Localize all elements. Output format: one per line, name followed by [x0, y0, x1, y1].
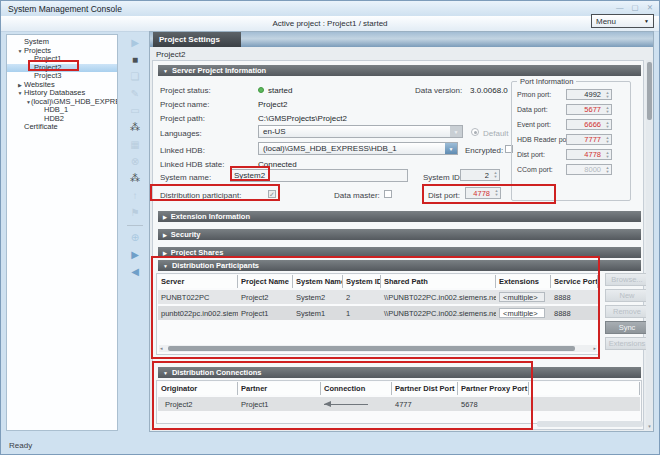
section-project-shares[interactable]: ▶ Project Shares — [158, 247, 641, 258]
scrollbar-thumb[interactable] — [647, 62, 652, 120]
linked-hdb-state-label: Linked HDB state: — [160, 160, 224, 169]
chevron-down-icon[interactable]: ▼ — [450, 126, 462, 137]
col-shared-path[interactable]: Shared Path — [381, 275, 496, 288]
col-originator[interactable]: Originator — [158, 382, 238, 395]
extensions-combo[interactable]: <multiple> — [499, 292, 545, 302]
page-title: Project2 — [156, 50, 185, 59]
minimize-icon[interactable]: — — [616, 3, 624, 12]
connection-row-1[interactable]: Project2 Project1 4777 5678 — [158, 397, 640, 411]
toolbar-divider — [127, 225, 143, 226]
linked-hdb-label: Linked HDB: — [160, 146, 205, 155]
main-hscrollbar[interactable] — [537, 421, 643, 427]
col-partner-proxy-port[interactable]: Partner Proxy Port — [458, 382, 529, 395]
col-extensions[interactable]: Extensions — [496, 275, 551, 288]
participant-row-1[interactable]: PUNBT022PC Project2 System2 2 \\PUNBT022… — [158, 290, 598, 304]
dist-port-info-stepper[interactable]: 4778 ▲▼ — [566, 149, 612, 160]
section-distribution-participants[interactable]: ▼ Distribution Participants — [158, 260, 641, 271]
pmon-port-stepper[interactable]: 4992 ▲▼ — [566, 89, 612, 100]
col-system-id[interactable]: System ID — [343, 275, 381, 288]
section-collapsed-icon: ▶ — [163, 214, 167, 220]
data-master-checkbox[interactable] — [384, 190, 392, 198]
rename-project-icon[interactable]: ▭ — [130, 105, 139, 117]
system-id-stepper[interactable]: 2 ▲▼ — [460, 169, 500, 181]
unlink-hdb-icon[interactable]: ⁂ — [130, 173, 140, 185]
linked-hdb-state-value: Connected — [258, 160, 297, 169]
maximize-icon[interactable]: ▢ — [632, 3, 639, 12]
hdb-reader-port-stepper[interactable]: 7777 ▲▼ — [566, 134, 612, 145]
data-version-value: 3.0.0068.0 — [470, 86, 508, 95]
languages-dropdown[interactable]: en-US ▼ — [258, 125, 463, 138]
dist-port-info-label: Dist port: — [517, 151, 545, 158]
browse-button[interactable]: Browse... — [605, 273, 649, 286]
status-started-icon — [258, 87, 264, 93]
sync-button[interactable]: Sync — [605, 321, 649, 334]
extensions-combo[interactable]: <multiple> — [499, 308, 545, 318]
system-name-input[interactable]: System2 — [230, 169, 408, 182]
system-name-label: System name: — [160, 173, 211, 182]
project-path-value: C:\GMSProjects\Project2 — [258, 114, 347, 123]
scroll-left-icon[interactable]: ◂ — [160, 345, 163, 352]
new-button[interactable]: New — [605, 289, 649, 302]
col-server[interactable]: Server — [158, 275, 238, 288]
col-connection[interactable]: Connection — [321, 382, 392, 395]
section-security[interactable]: ▶ Security — [158, 229, 641, 240]
col-system-name[interactable]: System Name — [293, 275, 343, 288]
user-icon[interactable]: ⚑ — [131, 207, 140, 219]
start-right-icon[interactable]: ▶ — [131, 249, 139, 261]
participants-hscrollbar[interactable]: ◂ ▸ — [159, 345, 597, 352]
extensions-button[interactable]: Extensions — [605, 337, 649, 350]
scroll-down-icon[interactable]: ▾ — [646, 423, 653, 429]
tab-project-settings[interactable]: Project Settings — [153, 32, 241, 47]
hdb-reader-port-label: HDB Reader port: — [517, 136, 573, 143]
menu-dropdown[interactable]: Menu ▼ — [591, 14, 654, 28]
col-project-name[interactable]: Project Name — [238, 275, 293, 288]
default-radio-label: Default — [483, 129, 508, 138]
window-title: System Management Console — [8, 4, 122, 14]
add-icon[interactable]: ⊕ — [131, 232, 139, 244]
upgrade-project-icon[interactable]: ↑ — [133, 190, 138, 202]
tree-collapsed-icon[interactable]: ▶ — [16, 81, 24, 90]
col-partner-dist-port[interactable]: Partner Dist Port — [392, 382, 458, 395]
link-hdb-icon[interactable]: ⁂ — [130, 122, 140, 134]
stop-project-icon[interactable]: ■ — [132, 54, 138, 66]
settings-scroll-area: ▼ Server Project Information Project sta… — [152, 60, 644, 430]
data-master-label: Data master: — [334, 191, 380, 200]
event-port-stepper[interactable]: 6666 ▲▼ — [566, 119, 612, 130]
spin-down-icon: ▼ — [606, 125, 610, 129]
section-distribution-connections[interactable]: ▼ Distribution Connections — [158, 367, 641, 378]
start-project-icon[interactable]: ▶ — [131, 37, 139, 49]
close-icon[interactable]: ✕ — [647, 3, 653, 12]
linked-hdb-dropdown[interactable]: (local)\GMS_HDB_EXPRESS\HDB_1 ▼ — [258, 142, 458, 155]
spin-down-icon: ▼ — [606, 95, 610, 99]
tree-item-project1[interactable]: Project1 — [7, 55, 117, 64]
participant-row-2[interactable]: punbt022pc.in002.siemens Project1 System… — [158, 306, 598, 320]
project-name-value: Project2 — [258, 100, 287, 109]
navigation-tree: System ▼Projects Project1 Project2 Proje… — [6, 34, 118, 431]
default-radio[interactable] — [471, 128, 479, 136]
section-extension-information[interactable]: ▶ Extension Information — [158, 211, 641, 222]
tree-item-projects[interactable]: ▼Projects — [7, 47, 117, 56]
new-project-icon[interactable]: ❏ — [131, 71, 140, 83]
spin-down-icon: ▼ — [494, 175, 498, 179]
tree-item-certificate[interactable]: Certificate — [7, 123, 117, 132]
tree-expanded-icon[interactable]: ▼ — [16, 89, 24, 98]
section-server-project-information[interactable]: ▼ Server Project Information — [158, 65, 641, 76]
col-partner[interactable]: Partner — [238, 382, 321, 395]
start-left-icon[interactable]: ◀ — [131, 266, 139, 278]
cancel-icon[interactable]: ⊗ — [131, 156, 139, 168]
tab-bar: Project Settings — [150, 32, 653, 47]
project-name-label: Project name: — [160, 100, 209, 109]
remove-button[interactable]: Remove — [605, 305, 649, 318]
chevron-down-icon[interactable]: ▼ — [445, 143, 457, 154]
dist-port-stepper[interactable]: 4778 ▲▼ — [465, 187, 501, 199]
scroll-right-icon[interactable]: ▸ — [593, 345, 596, 352]
tree-item-project2-selected[interactable]: Project2 — [7, 64, 117, 73]
main-vscrollbar[interactable]: ▾ — [646, 60, 653, 430]
scrollbar-thumb[interactable] — [168, 346, 575, 351]
edit-project-icon[interactable]: ✎ — [131, 88, 139, 100]
data-port-stepper[interactable]: 5677 ▲▼ — [566, 104, 612, 115]
tree-expanded-icon[interactable]: ▼ — [16, 47, 24, 56]
save-icon[interactable]: ▦ — [130, 139, 139, 151]
col-service-port[interactable]: Service Port — [551, 275, 598, 288]
distribution-participant-checkbox[interactable]: ✓ — [268, 190, 276, 198]
